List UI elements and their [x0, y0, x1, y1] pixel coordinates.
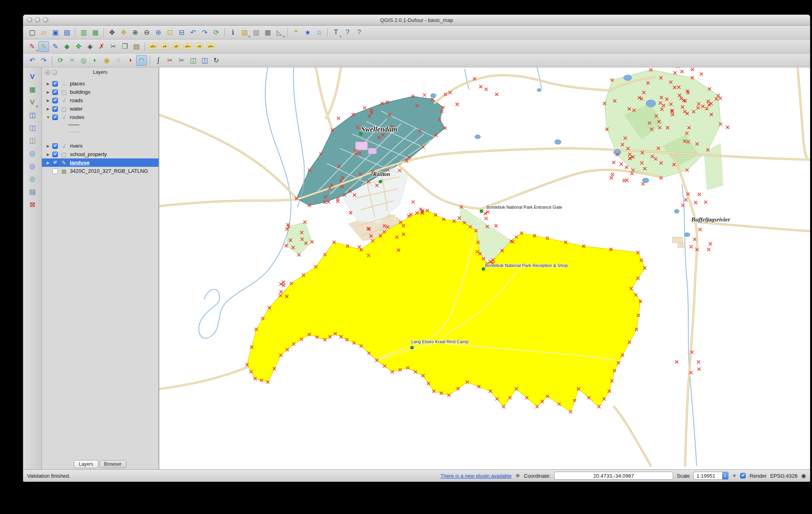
open-project-button[interactable]: ▱	[38, 27, 49, 38]
current-edits-button[interactable]: ✎▾	[27, 41, 38, 52]
layer-checkbox[interactable]	[52, 143, 58, 149]
help-button[interactable]: ?	[342, 27, 353, 38]
zoom-in-button[interactable]: ⊕	[130, 27, 141, 38]
layer-label[interactable]: landuse	[70, 160, 89, 166]
toggle-editing-button[interactable]: ✎	[38, 41, 49, 52]
add-wfs-layer-button[interactable]: ◎	[27, 174, 38, 184]
whats-this-button[interactable]: ?	[354, 27, 364, 38]
show-bookmarks-button[interactable]: ☆	[314, 27, 325, 38]
add-delimited-text-layer-button[interactable]: ▤	[27, 186, 38, 197]
coordinate-input[interactable]	[554, 472, 673, 480]
rotate-feature-button[interactable]: ⟳	[55, 55, 66, 66]
crs-status-icon[interactable]: ◉	[801, 472, 806, 479]
labeling-button[interactable]: abc	[148, 41, 158, 52]
expander-icon[interactable]: ▶	[46, 82, 50, 86]
layer-checkbox[interactable]	[52, 115, 58, 120]
identify-features-button[interactable]: ℹ	[228, 27, 238, 38]
select-features-button[interactable]: ▧▾	[239, 27, 250, 38]
text-annotation-button[interactable]: T▾	[331, 27, 341, 38]
layer-checkbox[interactable]	[52, 106, 58, 112]
add-spatialite-layer-button[interactable]: ◫	[27, 123, 38, 133]
stop-render-icon[interactable]: ✦	[732, 472, 737, 479]
delete-selected-button[interactable]: ✗	[96, 41, 107, 52]
new-print-composer-button[interactable]: ▥	[78, 27, 89, 38]
expander-icon[interactable]: ▶	[46, 144, 50, 148]
add-wcs-layer-button[interactable]: ◎	[27, 161, 38, 172]
layer-label[interactable]: school_property	[70, 151, 107, 157]
zoom-next-button[interactable]: ↷	[199, 27, 210, 38]
layer-row-raster[interactable]: ▦ 3420C_2010_327_RGB_LATLNG	[42, 167, 158, 175]
add-postgis-layer-button[interactable]: ◫	[27, 110, 38, 121]
simplify-feature-button[interactable]: ≈	[67, 55, 77, 66]
add-ring-button[interactable]: ◎	[78, 55, 89, 66]
minimize-button[interactable]	[35, 17, 40, 22]
plugin-icon[interactable]: ❖	[515, 472, 520, 479]
save-layer-edits-button[interactable]: ✎	[50, 41, 61, 52]
merge-attributes-button[interactable]: ◫	[199, 55, 210, 66]
copy-features-button[interactable]: ❐	[119, 41, 130, 52]
refresh-map-button[interactable]: ⟳	[211, 27, 222, 38]
scale-combo[interactable]: 1:19951 ▴▾	[693, 472, 729, 480]
plugin-link[interactable]: There is a new plugin available	[440, 473, 512, 479]
zoom-full-button[interactable]: ⊛	[153, 27, 164, 38]
node-tool-button[interactable]: ◈	[85, 41, 95, 52]
save-project-as-button[interactable]: ▤	[61, 27, 72, 38]
split-features-button[interactable]: ✂	[164, 55, 175, 66]
new-project-button[interactable]: ▢	[27, 27, 38, 38]
add-feature-button[interactable]: ◆	[61, 41, 72, 52]
delete-part-button[interactable]: ◑	[125, 55, 135, 66]
expander-icon[interactable]: ▶	[46, 161, 50, 165]
pin-labels-button[interactable]: ab	[194, 41, 205, 52]
layer-checkbox[interactable]	[52, 98, 58, 103]
tab-layers[interactable]: Layers	[74, 460, 98, 468]
expander-icon[interactable]: ▶	[46, 90, 50, 94]
render-checkbox[interactable]	[740, 473, 746, 478]
composer-manager-button[interactable]: ▦	[90, 27, 101, 38]
layer-row-landuse[interactable]: ▶ ✎ landuse	[42, 158, 158, 167]
layer-checkbox[interactable]	[52, 168, 58, 174]
reshape-features-button[interactable]: ∫	[153, 55, 164, 66]
delete-ring-button[interactable]: ◌	[113, 55, 124, 66]
layer-checkbox[interactable]	[52, 152, 58, 157]
add-part-button[interactable]: ◐	[90, 55, 101, 66]
layer-checkbox[interactable]	[52, 89, 58, 95]
layer-checkbox[interactable]	[52, 160, 58, 166]
fill-ring-button[interactable]: ◉	[101, 55, 112, 66]
zoom-button[interactable]	[43, 17, 48, 22]
add-vector-layer-button[interactable]: V	[27, 71, 38, 82]
remove-layer-button[interactable]: ⊠	[27, 199, 38, 210]
expander-icon[interactable]: ▶	[46, 152, 50, 156]
measure-button[interactable]: ◺▾	[274, 27, 285, 38]
move-label-button[interactable]: ab	[159, 41, 170, 52]
save-project-button[interactable]: ▣	[50, 27, 61, 38]
expander-icon[interactable]: ▼	[46, 115, 50, 119]
cut-features-button[interactable]: ✂	[108, 41, 119, 52]
offset-curve-button[interactable]: ◠	[136, 55, 147, 66]
panel-close-icon[interactable]: ×	[45, 70, 50, 75]
new-bookmark-button[interactable]: ★	[302, 27, 313, 38]
undo-button[interactable]: ↶	[27, 55, 38, 66]
layer-label[interactable]: roads	[70, 97, 83, 103]
map-canvas[interactable]: SwellendamRailtonBontebok National Park …	[159, 67, 810, 469]
layer-row-school-property[interactable]: ▶ ▢ school_property	[42, 150, 158, 158]
layer-row-rivers[interactable]: ▶ √ rivers	[42, 142, 158, 150]
panel-detach-icon[interactable]: ◦	[52, 70, 57, 75]
layer-row-places[interactable]: ▶ ∴ places	[42, 79, 158, 88]
zoom-to-selection-button[interactable]: ⊡	[164, 27, 175, 38]
zoom-last-button[interactable]: ↶	[188, 27, 198, 38]
new-shapefile-layer-button[interactable]: V▾	[27, 97, 38, 108]
layer-label[interactable]: buildings	[70, 89, 90, 95]
zoom-to-layer-button[interactable]: ⊟	[176, 27, 187, 38]
pan-to-selection-button[interactable]: ✥	[118, 27, 129, 38]
paste-features-button[interactable]: ▤	[131, 41, 142, 52]
rotate-point-symbols-button[interactable]: ↻	[211, 55, 222, 66]
expander-icon[interactable]: ▶	[46, 107, 50, 111]
pan-map-button[interactable]: ✥	[107, 27, 117, 38]
add-wms-layer-button[interactable]: ◎	[27, 148, 38, 159]
expander-icon[interactable]: ▶	[46, 99, 50, 103]
titlebar[interactable]: QGIS 2.0.1-Dufour - basic_map	[23, 15, 810, 26]
split-parts-button[interactable]: ✂	[176, 55, 187, 66]
scale-stepper-icon[interactable]: ▴▾	[722, 472, 728, 479]
redo-button[interactable]: ↷	[38, 55, 49, 66]
merge-features-button[interactable]: ◫	[188, 55, 198, 66]
